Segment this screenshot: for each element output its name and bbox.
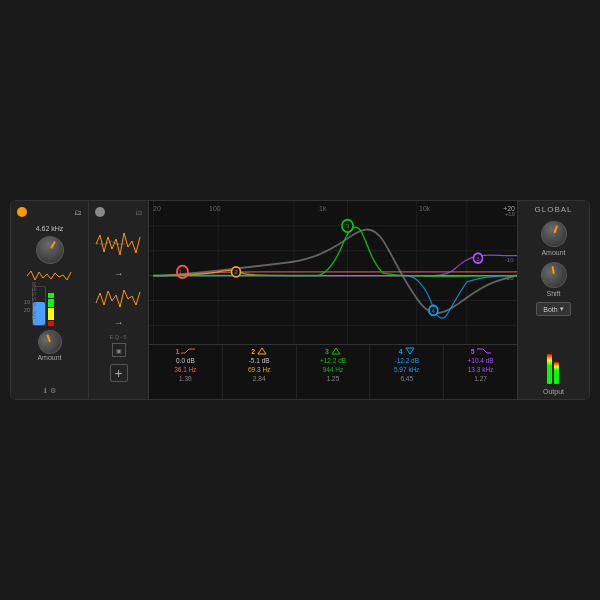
freq-label-20: 20 [153, 205, 161, 212]
band-2-gain: -5.1 dB [249, 356, 270, 365]
plugin-container: 🗂 4.62 kHz 10 20 [10, 200, 590, 400]
global-amount-knob-wrap: Amount [541, 221, 567, 256]
band-4-freq: 5.97 kHz [394, 365, 420, 374]
global-output-label: Output [543, 388, 564, 395]
de-esser-side-label: DE-ESSER [31, 281, 37, 320]
global-amount-knob[interactable] [537, 217, 570, 250]
global-amount-label: Amount [541, 249, 565, 256]
de-esser-scale: 10 20 [24, 298, 31, 315]
band-3-header: 3 [325, 347, 341, 355]
band-1-shape-icon [181, 347, 195, 355]
eq-band-controls: 1 0.0 dB 36.1 Hz 1.30 2 -5.1 dB [149, 344, 517, 399]
eq5-square-icon[interactable]: ▣ [112, 343, 126, 357]
de-esser-freq-value: 4.62 kHz [36, 225, 64, 232]
band-1-control: 1 0.0 dB 36.1 Hz 1.30 [149, 345, 223, 399]
freq-label-1k: 1k [319, 205, 326, 212]
band-3-gain: +12.2 dB [320, 356, 346, 365]
band-5-freq: 13.3 kHz [468, 365, 494, 374]
de-esser-header: 🗂 [13, 205, 86, 219]
de-esser-power-button[interactable] [17, 207, 27, 217]
eq5-power-button[interactable] [95, 207, 105, 217]
band-2-shape-icon [257, 347, 267, 355]
band-1-num: 1 [175, 348, 179, 355]
global-vu-bar-right [554, 362, 559, 384]
eq-grid-svg: 1 2 3 4 5 [149, 201, 517, 344]
eq5-label: EQ-5 [109, 334, 127, 340]
band-4-gain: -12.2 dB [395, 356, 420, 365]
band-2-q: 2.84 [253, 374, 266, 383]
de-esser-bottom-icons: ℹ ⚙ [44, 387, 56, 395]
band-5-control: 5 +10.4 dB 13.3 kHz 1.27 [444, 345, 517, 399]
de-esser-settings-icon[interactable]: ⚙ [50, 387, 56, 395]
band-2-num: 2 [251, 348, 255, 355]
eq5-waveform-bottom [94, 283, 144, 313]
de-esser-amount-label: Amount [37, 354, 61, 361]
band-5-header: 5 [471, 347, 491, 355]
band-5-gain: +10.4 dB [467, 356, 493, 365]
de-esser-vu [48, 286, 54, 326]
de-esser-amount-knob-container: Amount [37, 330, 61, 363]
band-4-shape-icon [405, 347, 415, 355]
band-4-num: 4 [399, 348, 403, 355]
band-1-gain: 0.0 dB [176, 356, 195, 365]
de-esser-freq-knob[interactable] [30, 231, 68, 269]
eq5-panel: 🗂 → → EQ-5 ▣ + [89, 201, 149, 399]
eq5-folder-icon[interactable]: 🗂 [135, 209, 142, 216]
de-esser-panel: 🗂 4.62 kHz 10 20 [11, 201, 89, 399]
global-shift-label: Shift [546, 290, 560, 297]
de-esser-info-icon[interactable]: ℹ [44, 387, 47, 395]
svg-marker-21 [258, 348, 266, 354]
global-title: GLOBAL [534, 205, 572, 214]
global-shift-knob-wrap: Shift [541, 262, 567, 297]
band-3-shape-icon [331, 347, 341, 355]
eq-db-labels: +10 -10 -20 [505, 211, 515, 281]
freq-label-10k: 10k [419, 205, 430, 212]
svg-text:2: 2 [234, 269, 237, 275]
svg-text:1: 1 [179, 269, 182, 275]
eq5-arrow-right-2[interactable]: → [114, 317, 124, 328]
eq-display: 20 100 1k 10k +20 +10 -10 -20 [149, 201, 517, 399]
global-both-label: Both [543, 306, 557, 313]
band-3-freq: 944 Hz [323, 365, 344, 374]
freq-label-100: 100 [209, 205, 221, 212]
band-5-q: 1.27 [474, 374, 487, 383]
svg-marker-23 [406, 348, 414, 354]
band-5-num: 5 [471, 348, 475, 355]
de-esser-amount-knob[interactable] [34, 327, 65, 358]
svg-marker-22 [332, 348, 340, 354]
band-5-shape-icon [477, 347, 491, 355]
band-4-q: 6.45 [400, 374, 413, 383]
global-both-dropdown[interactable]: Both ▾ [536, 302, 570, 316]
de-esser-freq-knob-container [36, 236, 64, 264]
band-4-header: 4 [399, 347, 415, 355]
band-1-freq: 36.1 Hz [174, 365, 196, 374]
band-2-freq: 69.3 Hz [248, 365, 270, 374]
global-shift-knob[interactable] [538, 260, 568, 290]
eq5-arrow-right-1[interactable]: → [114, 268, 124, 279]
eq-grid: 20 100 1k 10k +20 +10 -10 -20 [149, 201, 517, 344]
band-2-header: 2 [251, 347, 267, 355]
global-panel: GLOBAL Amount Shift Both ▾ Output [517, 201, 589, 399]
chevron-down-icon: ▾ [560, 305, 564, 313]
global-vu-bar-left [547, 354, 552, 384]
band-1-header: 1 [175, 347, 195, 355]
db-minus20: -20 [505, 275, 515, 281]
band-3-control: 3 +12.2 dB 944 Hz 1.25 [297, 345, 371, 399]
band-3-q: 1.25 [327, 374, 340, 383]
band-4-control: 4 -12.2 dB 5.97 kHz 6.45 [370, 345, 444, 399]
band-3-num: 3 [325, 348, 329, 355]
global-vu-meters [547, 344, 559, 384]
eq5-waveform-top [94, 227, 144, 262]
eq5-add-button[interactable]: + [110, 364, 128, 382]
global-output-area: Output [543, 344, 564, 395]
de-esser-folder-icon[interactable]: 🗂 [74, 208, 82, 217]
band-1-q: 1.30 [179, 374, 192, 383]
eq5-header: 🗂 [91, 205, 146, 219]
band-2-control: 2 -5.1 dB 69.3 Hz 2.84 [223, 345, 297, 399]
